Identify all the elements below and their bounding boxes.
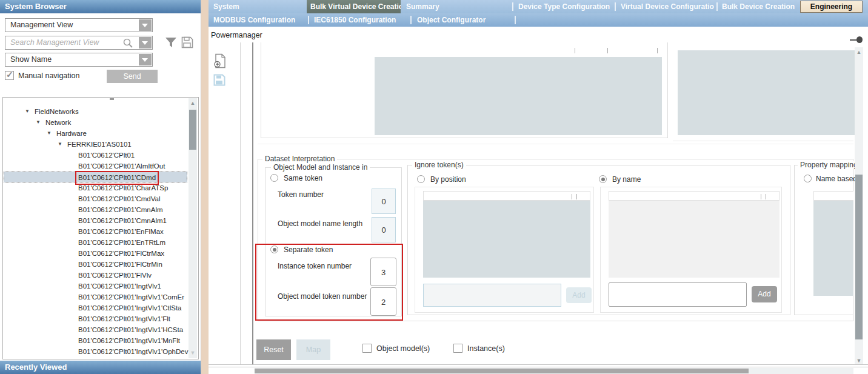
tab-virtual-device-configuratio[interactable]: Virtual Device Configuratio	[617, 0, 716, 13]
reset-button[interactable]: Reset	[256, 339, 291, 360]
tab-summary[interactable]: Summary	[401, 0, 510, 13]
tab-object-configurator[interactable]: Object Configurator	[413, 13, 512, 27]
tab-bar-secondary: MODBUS ConfigurationIEC61850 Configurati…	[209, 13, 868, 27]
tree-item[interactable]: B01'C0612'CPlt01'CmdVal	[3, 193, 198, 204]
chevron-down-icon[interactable]	[139, 37, 152, 48]
send-button[interactable]: Send	[107, 70, 158, 83]
tree-expand-icon[interactable]: ▼	[58, 139, 62, 150]
chevron-down-icon[interactable]	[139, 19, 152, 31]
tree-item[interactable]: B01'C0612'CPlt01'AlmItfOut	[3, 161, 198, 172]
by-position-input[interactable]	[423, 284, 561, 307]
tree-item[interactable]: ▼FERRKIE01'AS0101	[3, 139, 198, 150]
tab-bulk-device-creation[interactable]: Bulk Device Creation	[719, 0, 798, 13]
tree-expand-icon[interactable]: ▼	[36, 117, 41, 128]
form-top-line	[258, 144, 853, 144]
display-mode-dropdown[interactable]: Show Name	[5, 53, 153, 67]
save-filter-icon[interactable]	[181, 36, 193, 48]
app-label: Powermanager	[211, 31, 262, 39]
by-position-radio[interactable]	[417, 175, 425, 183]
tree-item[interactable]: B01'C0612'CPlt01'IngtVlv1'OphDev	[3, 346, 198, 357]
tree-item[interactable]: B01'C0612'CPlt01'CmnAlm1	[3, 215, 198, 226]
chevron-down-icon[interactable]	[139, 54, 152, 65]
by-name-input[interactable]	[609, 282, 747, 307]
top-group-left-border	[261, 42, 261, 138]
tree-item-label: B01'C0612'CPlt01'FlCtrMax	[78, 248, 164, 259]
object-models-label: Object model(s)	[376, 344, 430, 353]
main-horizontal-scrollbar-thumb[interactable]	[255, 369, 749, 373]
by-position-list[interactable]	[423, 201, 590, 278]
dataset-interpretation-title: Dataset Interpretation	[262, 155, 337, 163]
object-models-checkbox[interactable]	[362, 344, 372, 353]
by-position-add-button[interactable]: Add	[566, 287, 592, 303]
token-number-spinner[interactable]: 0	[372, 189, 396, 214]
tree-expand-icon[interactable]: ▼	[25, 106, 30, 117]
tree-item[interactable]: B01'C0612'CPlt01'IngtVlv1'ComEr	[3, 292, 198, 302]
tree-item[interactable]: B01'C0612'CPlt01'CharATSp	[3, 182, 198, 193]
tree-item-selected[interactable]: B01'C0612'CPlt01'CDmd	[4, 172, 187, 182]
tree-item[interactable]: B01'C0612'CPlt01'IngtVlv1'Flt	[3, 313, 198, 324]
tab-bulk-virtual-device-creation[interactable]: Bulk Virtual Device Creation	[307, 0, 401, 13]
property-mapping-list[interactable]	[813, 201, 853, 296]
tab-engineering[interactable]: Engineering	[800, 1, 863, 13]
scroll-down-icon[interactable]: ▼	[189, 350, 197, 356]
filter-icon[interactable]	[165, 36, 177, 48]
instances-label: Instance(s)	[467, 344, 505, 353]
pane-pin-icon-knob[interactable]	[856, 36, 863, 43]
object-model-name-length-spinner[interactable]: 0	[372, 217, 396, 242]
tree-item[interactable]: ▼Network	[3, 117, 198, 128]
tree-item-label: B01'C0612'CPlt01	[78, 150, 135, 161]
object-model-token-number-input[interactable]: 2	[370, 287, 396, 316]
top-right-list-body[interactable]	[678, 50, 856, 135]
tree-item[interactable]: B01'C0612'CPlt01'IngtVlv1'HCSta	[3, 324, 198, 335]
property-mapping-title: Property mapping	[798, 161, 860, 169]
tab-modbus-configuration[interactable]: MODBUS Configuration	[209, 13, 305, 27]
tree-item[interactable]: B01'C0612'CPlt01'IngtVlv1'CtlSta	[3, 302, 198, 313]
tree-item-label: Hardware	[56, 128, 87, 139]
tab-bar-primary: SystemBulk Virtual Device CreationSummar…	[209, 0, 868, 13]
by-name-list[interactable]	[609, 201, 780, 278]
tree-item[interactable]: B01'C0612'CPlt01'FlCtrMin	[3, 259, 198, 270]
by-name-radio[interactable]	[599, 175, 607, 183]
column-divider	[766, 194, 766, 199]
separate-token-radio[interactable]	[270, 245, 278, 253]
column-divider	[575, 48, 575, 53]
name-based-radio[interactable]	[804, 175, 812, 182]
tree-item[interactable]: B01'C0612'CPlt01'EnFlMax	[3, 226, 198, 237]
by-name-add-button[interactable]: Add	[752, 286, 777, 302]
tab-iec61850-configuration[interactable]: IEC61850 Configuration	[310, 13, 409, 27]
tree-item[interactable]: B01'C0612'CPlt01'EnTRtLm	[3, 237, 198, 248]
same-token-radio[interactable]	[270, 174, 278, 182]
tab-device-type-configuration[interactable]: Device Type Configuration	[515, 0, 613, 13]
view-selector-dropdown[interactable]: Management View	[5, 18, 153, 32]
tree-item[interactable]: B01'C0612'CPlt01'FlCtrMax	[3, 248, 198, 259]
pane-splitter[interactable]	[240, 42, 241, 365]
tab-system[interactable]: System	[209, 0, 304, 13]
tree-item[interactable]: B01'C0612'CPlt01'IngtVlv1'MnFlt	[3, 335, 198, 346]
new-document-icon[interactable]	[213, 53, 227, 69]
main-vertical-scrollbar-thumb[interactable]	[855, 175, 863, 339]
instances-checkbox[interactable]	[453, 344, 462, 353]
tree-item[interactable]: B01'C0612'CPlt01'FlVlv	[3, 270, 198, 281]
tree-item-label: B01'C0612'CPlt01'FlVlv	[78, 270, 152, 281]
scroll-up-icon[interactable]: ▲	[855, 49, 863, 55]
instance-token-number-input[interactable]: 3	[370, 258, 396, 286]
save-icon[interactable]	[213, 74, 225, 86]
tree-item[interactable]: ▼FieldNetworks	[3, 106, 198, 117]
recently-viewed-bar[interactable]: Recently Viewed	[0, 361, 201, 374]
pane-splitter-handle[interactable]	[252, 42, 253, 365]
tree-scrollbar-thumb[interactable]	[189, 110, 196, 150]
property-mapping-list-header	[813, 191, 853, 201]
search-input[interactable]: Search Management View	[5, 36, 153, 50]
scroll-up-icon[interactable]: ▲	[189, 100, 197, 106]
tree-item[interactable]: B01'C0612'CPlt01	[3, 150, 198, 161]
tab-separator	[716, 2, 718, 11]
map-button[interactable]: Map	[296, 339, 330, 360]
tree-expand-icon[interactable]: ▼	[47, 128, 52, 139]
tree-item[interactable]: B01'C0612'CPlt01'CmnAlm	[3, 204, 198, 215]
scroll-down-icon[interactable]: ▼	[855, 358, 863, 364]
tree-item[interactable]: B01'C0612'CPlt01'IngtVlv1	[3, 281, 198, 292]
search-icon[interactable]	[122, 38, 133, 48]
manual-navigation-checkbox[interactable]: ✓	[5, 71, 14, 80]
top-list-body[interactable]	[375, 57, 662, 135]
tree-item[interactable]: ▼Hardware	[3, 128, 198, 139]
